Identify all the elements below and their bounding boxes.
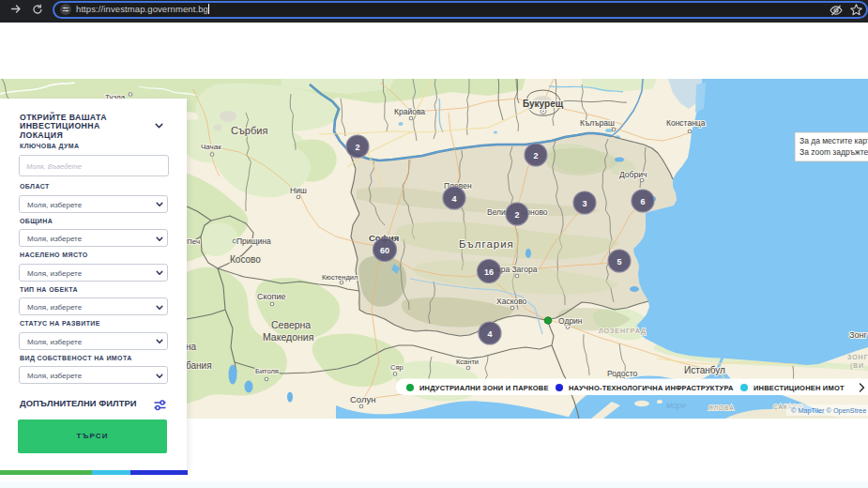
svg-text:Скопие: Скопие bbox=[257, 292, 285, 301]
svg-text:Зонг: Зонг bbox=[849, 330, 867, 340]
svg-text:Печ: Печ bbox=[187, 237, 200, 246]
svg-text:НАУЧНО-ТЕХНОЛОГИЧНА ИНФРАСТРУК: НАУЧНО-ТЕХНОЛОГИЧНА ИНФРАСТРУКТУРА bbox=[569, 384, 734, 392]
svg-text:Ниш: Ниш bbox=[290, 186, 307, 195]
svg-text:5: 5 bbox=[617, 257, 621, 267]
svg-text:Кълъраш: Кълъраш bbox=[580, 118, 615, 128]
svg-text:Хасково: Хасково bbox=[496, 297, 527, 306]
svg-text:4: 4 bbox=[487, 329, 492, 339]
svg-text:4: 4 bbox=[451, 194, 456, 204]
svg-text:© MapTiler © OpenStree: © MapTiler © OpenStree bbox=[791, 406, 866, 415]
svg-text:ЯЛОВА: ЯЛОВА bbox=[708, 404, 734, 411]
svg-text:Северна: Северна bbox=[271, 319, 311, 330]
svg-text:на: на bbox=[186, 342, 197, 352]
svg-text:Македония: Македония bbox=[263, 331, 313, 343]
svg-text:2: 2 bbox=[514, 210, 519, 220]
svg-text:Крайова: Крайова bbox=[394, 107, 425, 116]
svg-text:За zoom задръжте Shift: За zoom задръжте Shift bbox=[799, 147, 868, 157]
svg-text:2: 2 bbox=[533, 151, 538, 160]
svg-text:60: 60 bbox=[380, 246, 389, 255]
svg-text:Сърбия: Сърбия bbox=[231, 125, 267, 136]
svg-text:Одрин: Одрин bbox=[558, 316, 583, 326]
svg-text:Добрич: Добрич bbox=[619, 170, 647, 179]
svg-text:бания: бания bbox=[186, 360, 212, 371]
svg-text:България: България bbox=[459, 238, 514, 250]
svg-text:ЛОЗЕНГРАД: ЛОЗЕНГРАД bbox=[599, 328, 647, 335]
svg-text:ИНВЕСТИЦИОНЕН ИМОТ: ИНВЕСТИЦИОНЕН ИМОТ bbox=[754, 384, 845, 392]
svg-text:3: 3 bbox=[582, 199, 586, 208]
svg-text:Ксанти: Ксанти bbox=[456, 358, 479, 366]
svg-text:2: 2 bbox=[355, 143, 359, 152]
svg-text:Кюстендил: Кюстендил bbox=[322, 273, 358, 282]
svg-text:Солун: Солун bbox=[350, 394, 375, 404]
svg-text:16: 16 bbox=[484, 267, 494, 277]
svg-text:За да местите картата: За да местите картата bbox=[799, 136, 868, 145]
svg-text:ЗОНГ: ЗОНГ bbox=[847, 354, 868, 360]
svg-text:Родосто: Родосто bbox=[607, 369, 638, 378]
svg-text:Косово: Косово bbox=[230, 254, 261, 265]
svg-text:Констанца: Констанца bbox=[666, 118, 706, 128]
svg-text:Битоля: Битоля bbox=[255, 367, 279, 375]
svg-text:(ВИ: (ВИ bbox=[850, 362, 864, 370]
svg-text:Сяр: Сяр bbox=[390, 363, 404, 372]
svg-text:море: море bbox=[666, 401, 686, 410]
svg-text:Букурещ: Букурещ bbox=[523, 99, 564, 109]
svg-text:Истанбул: Истанбул bbox=[684, 365, 725, 375]
svg-text:ИНДУСТРИАЛНИ ЗОНИ И ПАРКОВЕ: ИНДУСТРИАЛНИ ЗОНИ И ПАРКОВЕ bbox=[419, 384, 549, 392]
svg-text:Чачак: Чачак bbox=[201, 143, 221, 151]
svg-text:6: 6 bbox=[640, 197, 645, 206]
svg-text:Прищина: Прищина bbox=[236, 236, 271, 246]
